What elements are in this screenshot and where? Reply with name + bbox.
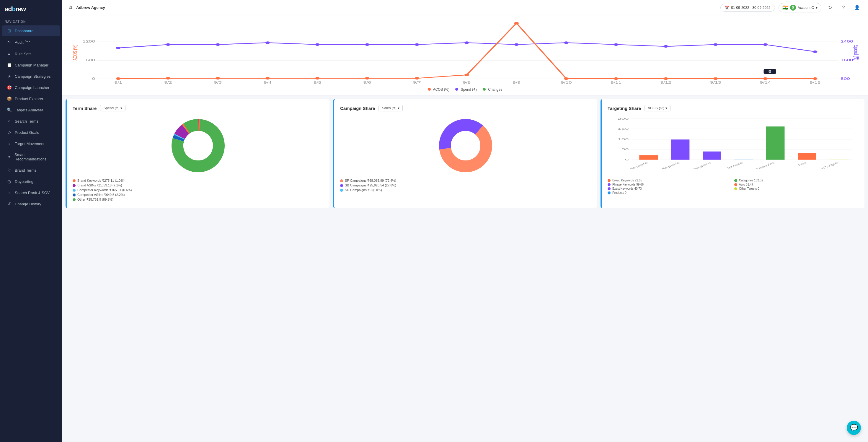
- svg-point-44: [216, 77, 220, 80]
- term-share-filter-button[interactable]: Spend (₹) ▾: [100, 105, 125, 111]
- sidebar-item-product-goals[interactable]: ◇ Product Goals: [2, 127, 60, 138]
- svg-text:Broad Keywords: Broad Keywords: [618, 161, 650, 169]
- account-selector-button[interactable]: 🇮🇳 S Account C ▾: [779, 3, 822, 12]
- line-chart-section: ACOS (%) Spend (₹) 0 600 1200 800 1600: [62, 16, 868, 95]
- targets-analyser-icon: 🔍: [6, 108, 12, 112]
- sidebar-item-dayparting[interactable]: ◷ Dayparting: [2, 176, 60, 187]
- campaign-share-donut-svg: [436, 116, 495, 175]
- svg-text:Auto: Auto: [796, 161, 808, 166]
- legend-color: [734, 183, 737, 186]
- sidebar-item-dashboard[interactable]: ⊞ Dashboard: [2, 25, 60, 36]
- svg-text:9/10: 9/10: [561, 81, 571, 84]
- sidebar-item-change-history[interactable]: ↺ Change History: [2, 199, 60, 209]
- svg-point-64: [183, 131, 213, 160]
- svg-point-34: [464, 41, 469, 44]
- svg-text:9/7: 9/7: [413, 81, 421, 84]
- svg-point-45: [266, 77, 270, 80]
- bar-auto: [798, 153, 816, 160]
- targeting-share-header: Targeting Share ACOS (%) ▾: [608, 105, 859, 111]
- date-range-text: 01-09-2022 - 30-09-2022: [731, 6, 770, 10]
- sidebar-item-brand-terms[interactable]: ♡ Brand Terms: [2, 165, 60, 176]
- legend-item: Phrase Keywords 99.66: [608, 183, 732, 186]
- user-menu-button[interactable]: 👤: [852, 3, 862, 13]
- svg-text:0: 0: [625, 158, 628, 161]
- campaign-manager-icon: 📋: [6, 63, 12, 67]
- account-name: Account C: [798, 6, 814, 10]
- svg-point-37: [614, 43, 618, 46]
- svg-point-29: [216, 43, 220, 46]
- svg-text:9/13: 9/13: [710, 81, 721, 84]
- bar-exact-keywords: [703, 152, 721, 160]
- sidebar: adbrew NAVIGATION ⊞ Dashboard 〜 Audit Be…: [0, 0, 62, 442]
- country-flag: 🇮🇳: [782, 5, 788, 10]
- date-range-button[interactable]: 📅 01-09-2022 - 30-09-2022: [720, 4, 775, 11]
- svg-text:9/14: 9/14: [760, 81, 771, 84]
- legend-color: [608, 191, 611, 195]
- changes-legend-item: Changes: [483, 87, 502, 92]
- campaign-share-filter-chevron: ▾: [398, 106, 399, 110]
- sidebar-item-campaign-manager[interactable]: 📋 Campaign Manager: [2, 60, 60, 70]
- sidebar-item-rule-sets[interactable]: ≡ Rule Sets: [2, 49, 60, 59]
- sidebar-item-smart-recommendations[interactable]: ✦ Smart Recommendations: [2, 149, 60, 164]
- svg-text:1600: 1600: [841, 59, 853, 62]
- sidebar-item-label: Dayparting: [15, 179, 33, 184]
- dashboard-icon: ⊞: [6, 28, 12, 33]
- refresh-button[interactable]: ↻: [825, 3, 835, 13]
- svg-point-51: [564, 78, 568, 80]
- sidebar-item-label: Search Rank & SOV: [15, 190, 50, 195]
- acos-legend-label: ACOS (%): [433, 87, 450, 92]
- targeting-bar-chart: 0 50 100 150 200: [608, 116, 859, 175]
- svg-point-43: [166, 77, 170, 80]
- logo-b: b: [12, 5, 16, 13]
- legend-item: SD Campaigns ₹0 (0.0%): [340, 188, 591, 192]
- legend-item: Exact Keywords 40.73: [608, 187, 732, 190]
- svg-text:Exact Keywords: Exact Keywords: [682, 161, 713, 169]
- term-share-filter-chevron: ▾: [120, 106, 122, 110]
- targeting-share-legend: Broad Keywords 22.05 Phrase Keywords 99.…: [608, 179, 859, 195]
- sidebar-item-audit[interactable]: 〜 Audit Beta: [2, 37, 60, 48]
- sidebar-item-label: Smart Recommendations: [14, 152, 56, 161]
- sidebar-item-targets-analyser[interactable]: 🔍 Targets Analyser: [2, 105, 60, 115]
- svg-point-35: [514, 43, 519, 46]
- dashboard-grid: Term Share Spend (₹) ▾: [66, 99, 864, 208]
- sidebar-item-label: Dashboard: [15, 29, 34, 33]
- campaign-share-filter-button[interactable]: Sales (₹) ▾: [378, 105, 402, 111]
- sidebar-item-search-rank-sov[interactable]: ↑ Search Rank & SOV: [2, 187, 60, 198]
- changes-legend-dot: [483, 88, 486, 91]
- svg-text:9/3: 9/3: [214, 81, 222, 84]
- legend-item: Brand ASINs ₹2,053.18 (7.1%): [73, 183, 323, 187]
- bar-chart-svg: 0 50 100 150 200: [608, 116, 859, 169]
- campaign-share-donut-wrapper: [340, 116, 591, 175]
- main-area: 🖥 Adbrew Agency 📅 01-09-2022 - 30-09-202…: [62, 0, 868, 442]
- sidebar-item-target-movement[interactable]: ↕ Target Movement: [2, 138, 60, 149]
- legend-item: Categories 162.52: [734, 179, 859, 182]
- sidebar-item-search-terms[interactable]: ○ Search Terms: [2, 116, 60, 126]
- legend-item: Broad Keywords 22.05: [608, 179, 732, 182]
- svg-point-48: [415, 77, 419, 80]
- sidebar-item-campaign-launcher[interactable]: 🎯 Campaign Launcher: [2, 82, 60, 93]
- audit-icon: 〜: [6, 39, 12, 45]
- svg-text:9/5: 9/5: [314, 81, 321, 84]
- svg-point-46: [315, 77, 319, 80]
- sidebar-item-product-explorer[interactable]: 📦 Product Explorer: [2, 93, 60, 104]
- dayparting-icon: ◷: [6, 179, 12, 184]
- help-button[interactable]: ?: [838, 3, 848, 13]
- sidebar-item-label: Target Movement: [15, 142, 44, 146]
- term-share-legend: Brand Keywords ₹275.11 (1.0%) Brand ASIN…: [73, 179, 323, 202]
- sidebar-item-campaign-strategies[interactable]: ✈ Campaign Strategies: [2, 71, 60, 82]
- svg-point-28: [166, 43, 170, 46]
- svg-point-55: [763, 78, 768, 80]
- legend-color: [73, 189, 75, 192]
- sidebar-item-label: Rule Sets: [15, 52, 31, 56]
- product-explorer-icon: 📦: [6, 96, 12, 101]
- bar-phrase-keywords: [671, 140, 690, 159]
- svg-text:600: 600: [86, 59, 95, 62]
- svg-point-39: [713, 43, 718, 46]
- svg-text:9/9: 9/9: [513, 81, 521, 84]
- logo-ad: ad: [5, 5, 12, 13]
- targeting-share-filter-button[interactable]: ACOS (%) ▾: [645, 105, 671, 111]
- chat-bubble-button[interactable]: 💬: [847, 421, 861, 435]
- sidebar-item-label: Targets Analyser: [15, 108, 43, 112]
- svg-text:Phrase Keywords: Phrase Keywords: [648, 161, 681, 169]
- targeting-share-title: Targeting Share: [608, 106, 641, 111]
